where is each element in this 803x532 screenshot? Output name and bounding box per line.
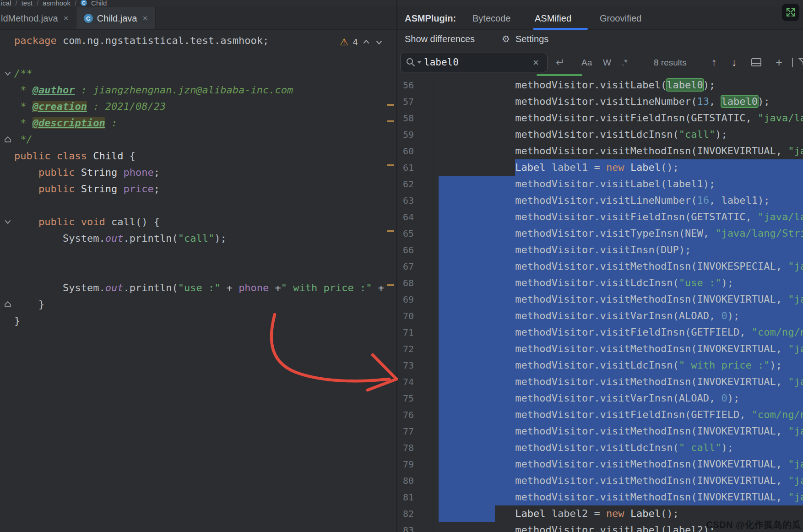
asm-line[interactable]: 68 methodVisitor.visitLdcInsn("use :"); <box>397 275 803 291</box>
line-number[interactable]: 82 <box>397 505 433 522</box>
code-line[interactable]: System.out.println("call"); <box>14 230 396 247</box>
asm-line-code[interactable]: methodVisitor.visitMethodInsn(INVOKESPEC… <box>433 258 803 275</box>
asm-line[interactable]: 78 methodVisitor.visitLdcInsn(" call"); <box>397 440 803 456</box>
line-number[interactable]: 78 <box>397 440 433 456</box>
asm-line-code[interactable]: methodVisitor.visitLdcInsn("call"); <box>433 126 803 143</box>
asm-line[interactable]: 81 methodVisitor.visitMethodInsn(INVOKEV… <box>397 489 803 505</box>
line-number[interactable]: 57 <box>397 93 433 110</box>
change-marker[interactable] <box>387 284 394 286</box>
code-line[interactable]: System.out.println("use :" + phone +" wi… <box>14 280 396 296</box>
asm-line-code[interactable]: methodVisitor.visitFieldInsn(GETFIELD, "… <box>433 324 803 341</box>
code-line[interactable] <box>14 247 396 263</box>
line-number[interactable]: 61 <box>397 159 433 176</box>
line-number[interactable]: 76 <box>397 407 433 423</box>
breadcrumb-item[interactable]: asmhook <box>43 0 71 7</box>
line-number[interactable]: 63 <box>397 192 433 209</box>
asm-line[interactable]: 56 methodVisitor.visitLabel(label0); <box>397 77 803 93</box>
line-number[interactable]: 83 <box>397 522 433 532</box>
asm-line[interactable]: 57 methodVisitor.visitLineNumber(13, lab… <box>397 93 803 110</box>
code-line[interactable]: * @description : <box>14 115 396 131</box>
asm-line[interactable]: 64 methodVisitor.visitFieldInsn(GETSTATI… <box>397 209 803 225</box>
asm-line-code[interactable]: methodVisitor.visitMethodInsn(INVOKEVIRT… <box>433 143 803 159</box>
code-line[interactable] <box>14 263 396 280</box>
change-marker[interactable] <box>387 164 394 166</box>
code-line[interactable]: public void call() { <box>14 214 396 230</box>
close-icon[interactable]: × <box>142 13 147 23</box>
filter-icon[interactable] <box>798 57 803 69</box>
asm-line-code[interactable]: methodVisitor.visitLineNumber(13, label0… <box>433 93 803 110</box>
asm-line-code[interactable]: methodVisitor.visitMethodInsn(INVOKEVIRT… <box>433 472 803 489</box>
asm-line-code[interactable]: methodVisitor.visitVarInsn(ALOAD, 0); <box>433 308 803 324</box>
asm-line[interactable]: 62 methodVisitor.visitLabel(label1); <box>397 176 803 192</box>
search-icon[interactable] <box>406 57 416 69</box>
code-line[interactable]: } <box>14 313 396 329</box>
inspections-widget[interactable]: ⚠ 4 <box>340 35 383 49</box>
code-line[interactable]: * @creation : 2021/08/23 <box>14 98 396 115</box>
asm-line[interactable]: 77 methodVisitor.visitMethodInsn(INVOKEV… <box>397 423 803 440</box>
asm-line-code[interactable]: methodVisitor.visitMethodInsn(INVOKEVIRT… <box>433 291 803 308</box>
line-number[interactable]: 66 <box>397 242 433 258</box>
code-line[interactable]: public String price; <box>14 181 396 197</box>
line-number[interactable]: 79 <box>397 456 433 472</box>
line-number[interactable]: 65 <box>397 225 433 242</box>
line-number[interactable]: 64 <box>397 209 433 225</box>
asm-line-code[interactable]: methodVisitor.visitMethodInsn(INVOKEVIRT… <box>433 374 803 390</box>
asm-line-code[interactable]: methodVisitor.visitVarInsn(ALOAD, 0); <box>433 390 803 407</box>
asm-line-code[interactable]: methodVisitor.visitFieldInsn(GETSTATIC, … <box>433 209 803 225</box>
asm-line-code[interactable]: methodVisitor.visitFieldInsn(GETSTATIC, … <box>433 110 803 126</box>
open-in-find-window-icon[interactable] <box>751 57 762 69</box>
line-number[interactable]: 60 <box>397 143 433 159</box>
asm-line[interactable]: 75 methodVisitor.visitVarInsn(ALOAD, 0); <box>397 390 803 407</box>
code-line[interactable]: public class Child { <box>14 148 396 164</box>
line-number[interactable]: 72 <box>397 341 433 357</box>
asm-line[interactable]: 71 methodVisitor.visitFieldInsn(GETFIELD… <box>397 324 803 341</box>
code-line[interactable] <box>14 49 396 65</box>
line-number[interactable]: 70 <box>397 308 433 324</box>
previous-match-button[interactable]: ↑ <box>711 48 717 77</box>
breadcrumb-item[interactable]: test <box>22 0 33 7</box>
change-marker[interactable] <box>387 120 394 122</box>
show-differences-button[interactable]: Show differences <box>405 30 475 48</box>
asm-line-code[interactable]: methodVisitor.visitMethodInsn(INVOKEVIRT… <box>433 456 803 472</box>
code-line[interactable] <box>14 197 396 214</box>
code-line[interactable]: } <box>14 296 396 313</box>
whole-words-toggle[interactable]: W <box>603 48 611 77</box>
tab-asmified[interactable]: ASMified <box>535 7 571 29</box>
asm-line-code[interactable]: methodVisitor.visitMethodInsn(INVOKEVIRT… <box>433 489 803 505</box>
asm-line[interactable]: 73 methodVisitor.visitLdcInsn(" with pri… <box>397 357 803 374</box>
fold-end-icon[interactable] <box>3 300 12 309</box>
asm-line-code[interactable]: methodVisitor.visitLineNumber(16, label1… <box>433 192 803 209</box>
tab-child-java[interactable]: C Child.java × <box>76 7 156 29</box>
asm-line-code[interactable]: Label label1 = new Label(); <box>433 159 803 176</box>
add-icon[interactable]: + <box>776 48 782 77</box>
breadcrumb-item[interactable]: ical <box>1 0 11 7</box>
asm-line[interactable]: 58 methodVisitor.visitFieldInsn(GETSTATI… <box>397 110 803 126</box>
asm-line[interactable]: 70 methodVisitor.visitVarInsn(ALOAD, 0); <box>397 308 803 324</box>
asm-line[interactable]: 61 Label label1 = new Label(); <box>397 159 803 176</box>
line-number[interactable]: 73 <box>397 357 433 374</box>
settings-button[interactable]: Settings <box>515 30 548 48</box>
code-line[interactable]: /** <box>14 65 396 82</box>
fold-end-icon[interactable] <box>3 135 12 144</box>
editor-panel[interactable]: package com.ng.ngstatistical.test.asmhoo… <box>0 30 396 532</box>
fold-marker-icon[interactable] <box>3 69 12 78</box>
code-line[interactable]: public String phone; <box>14 164 396 181</box>
line-number[interactable]: 77 <box>397 423 433 440</box>
code-line[interactable]: * @author : jiangzhengnan.jzn@alibaba-in… <box>14 82 396 98</box>
newline-icon[interactable]: ↵ <box>556 48 564 77</box>
line-number[interactable]: 80 <box>397 472 433 489</box>
search-field[interactable] <box>400 53 548 72</box>
panel-divider[interactable] <box>396 0 397 532</box>
line-number[interactable]: 81 <box>397 489 433 505</box>
change-marker[interactable] <box>387 104 394 106</box>
line-number[interactable]: 59 <box>397 126 433 143</box>
asm-line-code[interactable]: methodVisitor.visitMethodInsn(INVOKEVIRT… <box>433 341 803 357</box>
line-number[interactable]: 68 <box>397 275 433 291</box>
asm-line-code[interactable]: methodVisitor.visitTypeInsn(NEW, "java/l… <box>433 225 803 242</box>
asm-line[interactable]: 67 methodVisitor.visitMethodInsn(INVOKES… <box>397 258 803 275</box>
close-icon[interactable]: × <box>64 13 69 23</box>
asm-line-code[interactable]: methodVisitor.visitLabel(label1); <box>433 176 803 192</box>
clear-search-icon[interactable]: × <box>533 48 539 77</box>
match-case-toggle[interactable]: Aa <box>581 48 592 77</box>
asm-line[interactable]: 80 methodVisitor.visitMethodInsn(INVOKEV… <box>397 472 803 489</box>
